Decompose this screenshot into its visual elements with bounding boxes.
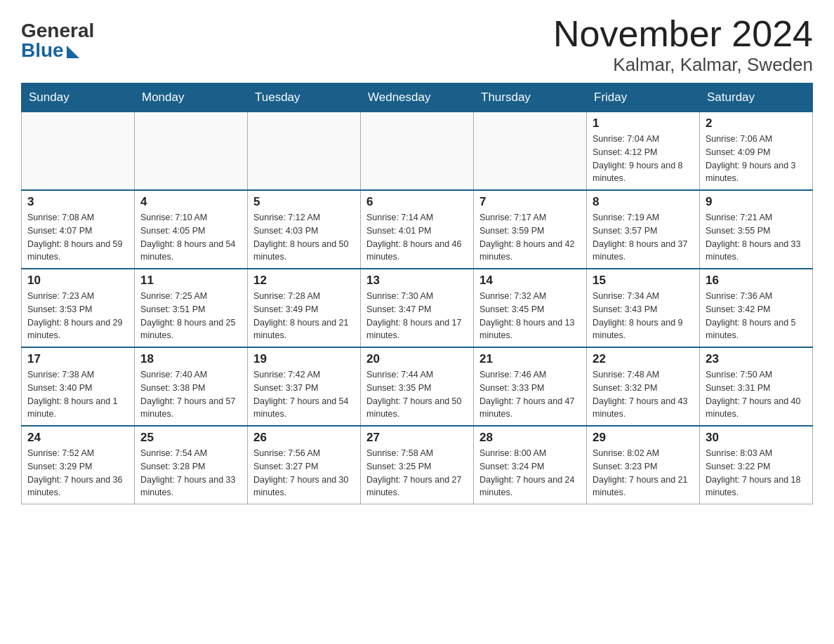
header-wednesday: Wednesday bbox=[361, 83, 474, 112]
day-number: 24 bbox=[27, 431, 128, 445]
day-number: 27 bbox=[366, 431, 468, 445]
day-number: 13 bbox=[366, 274, 468, 288]
day-number: 10 bbox=[27, 274, 128, 288]
calendar-header-row: SundayMondayTuesdayWednesdayThursdayFrid… bbox=[22, 83, 813, 112]
location-subtitle: Kalmar, Kalmar, Sweden bbox=[553, 54, 813, 76]
day-number: 18 bbox=[140, 352, 241, 366]
day-info: Sunrise: 7:40 AMSunset: 3:38 PMDaylight:… bbox=[140, 368, 241, 421]
calendar-cell: 19Sunrise: 7:42 AMSunset: 3:37 PMDayligh… bbox=[248, 347, 361, 426]
day-info: Sunrise: 7:58 AMSunset: 3:25 PMDaylight:… bbox=[366, 447, 468, 499]
day-number: 16 bbox=[706, 274, 807, 288]
calendar-cell: 20Sunrise: 7:44 AMSunset: 3:35 PMDayligh… bbox=[361, 347, 474, 426]
day-number: 29 bbox=[593, 431, 694, 445]
day-info: Sunrise: 7:17 AMSunset: 3:59 PMDaylight:… bbox=[479, 211, 581, 264]
calendar-cell bbox=[474, 112, 587, 191]
calendar-cell bbox=[361, 112, 474, 191]
calendar-cell: 11Sunrise: 7:25 AMSunset: 3:51 PMDayligh… bbox=[135, 269, 248, 347]
day-number: 8 bbox=[593, 195, 694, 209]
day-number: 2 bbox=[706, 116, 807, 130]
day-info: Sunrise: 7:28 AMSunset: 3:49 PMDaylight:… bbox=[253, 290, 355, 342]
day-info: Sunrise: 7:19 AMSunset: 3:57 PMDaylight:… bbox=[593, 211, 694, 264]
day-number: 12 bbox=[253, 274, 355, 288]
day-number: 17 bbox=[27, 352, 128, 366]
calendar-cell: 24Sunrise: 7:52 AMSunset: 3:29 PMDayligh… bbox=[22, 426, 135, 504]
day-info: Sunrise: 7:36 AMSunset: 3:42 PMDaylight:… bbox=[706, 290, 807, 342]
calendar-cell: 29Sunrise: 8:02 AMSunset: 3:23 PMDayligh… bbox=[587, 426, 700, 504]
day-number: 20 bbox=[366, 352, 468, 366]
page-header: General Blue November 2024 Kalmar, Kalma… bbox=[21, 14, 813, 76]
day-info: Sunrise: 7:54 AMSunset: 3:28 PMDaylight:… bbox=[140, 447, 241, 499]
day-number: 3 bbox=[27, 195, 128, 209]
calendar-cell bbox=[22, 112, 135, 191]
day-number: 28 bbox=[479, 431, 581, 445]
day-number: 21 bbox=[479, 352, 581, 366]
day-info: Sunrise: 7:12 AMSunset: 4:03 PMDaylight:… bbox=[253, 211, 355, 264]
day-info: Sunrise: 7:08 AMSunset: 4:07 PMDaylight:… bbox=[27, 211, 128, 264]
day-number: 26 bbox=[253, 431, 355, 445]
day-number: 30 bbox=[706, 431, 807, 445]
calendar-cell: 25Sunrise: 7:54 AMSunset: 3:28 PMDayligh… bbox=[135, 426, 248, 504]
day-info: Sunrise: 7:42 AMSunset: 3:37 PMDaylight:… bbox=[253, 368, 355, 421]
day-info: Sunrise: 8:03 AMSunset: 3:22 PMDaylight:… bbox=[706, 447, 807, 499]
day-number: 9 bbox=[706, 195, 807, 209]
day-number: 23 bbox=[706, 352, 807, 366]
calendar-cell: 3Sunrise: 7:08 AMSunset: 4:07 PMDaylight… bbox=[22, 190, 135, 269]
header-sunday: Sunday bbox=[22, 83, 135, 112]
day-number: 15 bbox=[593, 274, 694, 288]
calendar-cell: 17Sunrise: 7:38 AMSunset: 3:40 PMDayligh… bbox=[22, 347, 135, 426]
day-info: Sunrise: 7:48 AMSunset: 3:32 PMDaylight:… bbox=[593, 368, 694, 421]
calendar-cell: 8Sunrise: 7:19 AMSunset: 3:57 PMDaylight… bbox=[587, 190, 700, 269]
calendar-week-row: 1Sunrise: 7:04 AMSunset: 4:12 PMDaylight… bbox=[22, 112, 813, 191]
header-monday: Monday bbox=[135, 83, 248, 112]
day-info: Sunrise: 8:02 AMSunset: 3:23 PMDaylight:… bbox=[593, 447, 694, 499]
day-number: 1 bbox=[593, 116, 694, 130]
day-info: Sunrise: 7:14 AMSunset: 4:01 PMDaylight:… bbox=[366, 211, 468, 264]
calendar-cell: 28Sunrise: 8:00 AMSunset: 3:24 PMDayligh… bbox=[474, 426, 587, 504]
calendar-cell: 21Sunrise: 7:46 AMSunset: 3:33 PMDayligh… bbox=[474, 347, 587, 426]
day-number: 7 bbox=[479, 195, 581, 209]
logo-general-text: General bbox=[21, 21, 94, 41]
logo-blue-text: Blue bbox=[21, 41, 64, 60]
header-tuesday: Tuesday bbox=[248, 83, 361, 112]
calendar-cell: 27Sunrise: 7:58 AMSunset: 3:25 PMDayligh… bbox=[361, 426, 474, 504]
calendar-cell: 4Sunrise: 7:10 AMSunset: 4:05 PMDaylight… bbox=[135, 190, 248, 269]
calendar-cell: 9Sunrise: 7:21 AMSunset: 3:55 PMDaylight… bbox=[700, 190, 813, 269]
day-info: Sunrise: 7:44 AMSunset: 3:35 PMDaylight:… bbox=[366, 368, 468, 421]
calendar-cell: 5Sunrise: 7:12 AMSunset: 4:03 PMDaylight… bbox=[248, 190, 361, 269]
calendar-cell: 1Sunrise: 7:04 AMSunset: 4:12 PMDaylight… bbox=[587, 112, 700, 191]
day-info: Sunrise: 7:32 AMSunset: 3:45 PMDaylight:… bbox=[479, 290, 581, 342]
day-info: Sunrise: 8:00 AMSunset: 3:24 PMDaylight:… bbox=[479, 447, 581, 499]
logo-triangle-icon bbox=[67, 46, 79, 58]
day-info: Sunrise: 7:21 AMSunset: 3:55 PMDaylight:… bbox=[706, 211, 807, 264]
calendar-cell: 23Sunrise: 7:50 AMSunset: 3:31 PMDayligh… bbox=[700, 347, 813, 426]
header-saturday: Saturday bbox=[700, 83, 813, 112]
calendar-cell: 16Sunrise: 7:36 AMSunset: 3:42 PMDayligh… bbox=[700, 269, 813, 347]
day-number: 14 bbox=[479, 274, 581, 288]
logo: General Blue bbox=[21, 14, 94, 60]
calendar-cell bbox=[248, 112, 361, 191]
header-friday: Friday bbox=[587, 83, 700, 112]
day-info: Sunrise: 7:10 AMSunset: 4:05 PMDaylight:… bbox=[140, 211, 241, 264]
calendar-cell: 13Sunrise: 7:30 AMSunset: 3:47 PMDayligh… bbox=[361, 269, 474, 347]
day-number: 25 bbox=[140, 431, 241, 445]
calendar-cell: 2Sunrise: 7:06 AMSunset: 4:09 PMDaylight… bbox=[700, 112, 813, 191]
calendar-week-row: 3Sunrise: 7:08 AMSunset: 4:07 PMDaylight… bbox=[22, 190, 813, 269]
calendar-cell: 10Sunrise: 7:23 AMSunset: 3:53 PMDayligh… bbox=[22, 269, 135, 347]
calendar-cell: 22Sunrise: 7:48 AMSunset: 3:32 PMDayligh… bbox=[587, 347, 700, 426]
calendar-table: SundayMondayTuesdayWednesdayThursdayFrid… bbox=[21, 83, 813, 504]
month-year-title: November 2024 bbox=[553, 14, 813, 54]
day-info: Sunrise: 7:25 AMSunset: 3:51 PMDaylight:… bbox=[140, 290, 241, 342]
day-number: 11 bbox=[140, 274, 241, 288]
day-info: Sunrise: 7:04 AMSunset: 4:12 PMDaylight:… bbox=[593, 133, 694, 185]
calendar-cell bbox=[135, 112, 248, 191]
day-info: Sunrise: 7:46 AMSunset: 3:33 PMDaylight:… bbox=[479, 368, 581, 421]
calendar-cell: 6Sunrise: 7:14 AMSunset: 4:01 PMDaylight… bbox=[361, 190, 474, 269]
calendar-cell: 12Sunrise: 7:28 AMSunset: 3:49 PMDayligh… bbox=[248, 269, 361, 347]
calendar-cell: 14Sunrise: 7:32 AMSunset: 3:45 PMDayligh… bbox=[474, 269, 587, 347]
calendar-cell: 26Sunrise: 7:56 AMSunset: 3:27 PMDayligh… bbox=[248, 426, 361, 504]
calendar-week-row: 10Sunrise: 7:23 AMSunset: 3:53 PMDayligh… bbox=[22, 269, 813, 347]
day-number: 5 bbox=[253, 195, 355, 209]
calendar-week-row: 17Sunrise: 7:38 AMSunset: 3:40 PMDayligh… bbox=[22, 347, 813, 426]
day-info: Sunrise: 7:34 AMSunset: 3:43 PMDaylight:… bbox=[593, 290, 694, 342]
day-info: Sunrise: 7:52 AMSunset: 3:29 PMDaylight:… bbox=[27, 447, 128, 499]
